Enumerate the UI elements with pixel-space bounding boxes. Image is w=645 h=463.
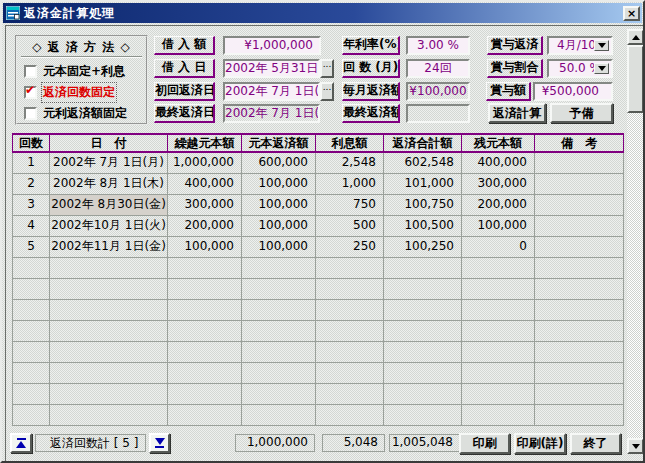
table-cell[interactable] — [535, 279, 624, 300]
table-cell[interactable] — [12, 384, 50, 405]
table-cell[interactable]: 750 — [316, 195, 384, 216]
table-cell[interactable]: 2002年11月 1日(金) — [50, 237, 168, 258]
table-cell[interactable]: 1 — [12, 153, 50, 174]
table-cell[interactable] — [50, 279, 168, 300]
table-cell[interactable] — [168, 342, 242, 363]
table-cell[interactable]: 300,000 — [462, 174, 535, 195]
scroll-up-button[interactable] — [627, 29, 644, 45]
table-cell[interactable]: 100,000 — [168, 237, 242, 258]
date-picker-button[interactable]: ... — [320, 59, 334, 78]
print-button[interactable]: 印刷 — [459, 433, 510, 454]
table-cell[interactable] — [384, 405, 462, 426]
table-cell[interactable]: 101,000 — [384, 174, 462, 195]
table-cell[interactable]: 100,000 — [242, 195, 316, 216]
table-cell[interactable] — [50, 363, 168, 384]
table-cell[interactable]: 500 — [316, 216, 384, 237]
table-cell[interactable] — [462, 384, 535, 405]
checkbox-fixed-installment-count[interactable]: 返済回数固定 — [17, 82, 146, 103]
table-cell[interactable] — [535, 258, 624, 279]
table-cell[interactable] — [168, 384, 242, 405]
table-cell[interactable]: 400,000 — [168, 174, 242, 195]
table-cell[interactable]: 2,548 — [316, 153, 384, 174]
table-cell[interactable]: 100,000 — [242, 237, 316, 258]
dropdown-arrow-button[interactable] — [594, 63, 609, 74]
table-cell[interactable] — [50, 405, 168, 426]
table-cell[interactable]: 3 — [12, 195, 50, 216]
table-cell[interactable] — [12, 300, 50, 321]
table-cell[interactable]: 2002年 7月 1日(月) — [50, 153, 168, 174]
table-cell[interactable]: 100,000 — [462, 216, 535, 237]
field-installment-count[interactable]: 24回 — [406, 59, 470, 78]
table-cell[interactable] — [168, 321, 242, 342]
field-annual-rate[interactable]: 3.00 % — [406, 36, 470, 55]
table-cell[interactable]: 400,000 — [462, 153, 535, 174]
table-cell[interactable] — [316, 279, 384, 300]
table-cell[interactable] — [242, 363, 316, 384]
table-cell[interactable]: 100,750 — [384, 195, 462, 216]
table-cell[interactable] — [384, 258, 462, 279]
table-cell[interactable] — [50, 384, 168, 405]
table-cell[interactable]: 200,000 — [462, 195, 535, 216]
table-cell[interactable] — [535, 195, 624, 216]
table-cell[interactable] — [535, 321, 624, 342]
table-cell[interactable] — [242, 384, 316, 405]
table-cell[interactable] — [535, 405, 624, 426]
table-cell[interactable] — [462, 363, 535, 384]
table-cell[interactable]: 1,000 — [316, 174, 384, 195]
table-cell[interactable] — [12, 405, 50, 426]
table-cell[interactable] — [535, 342, 624, 363]
combo-bonus-ratio[interactable]: 50.0 % — [547, 59, 613, 78]
table-cell[interactable] — [462, 279, 535, 300]
table-cell[interactable]: 100,250 — [384, 237, 462, 258]
table-cell[interactable] — [242, 258, 316, 279]
table-cell[interactable]: 0 — [462, 237, 535, 258]
table-cell[interactable] — [50, 342, 168, 363]
table-cell[interactable] — [12, 258, 50, 279]
table-cell[interactable] — [316, 258, 384, 279]
table-cell[interactable] — [12, 363, 50, 384]
table-cell[interactable] — [242, 342, 316, 363]
table-cell[interactable]: 100,000 — [242, 216, 316, 237]
table-cell[interactable] — [316, 363, 384, 384]
table-cell[interactable]: 2002年 8月 1日(木) — [50, 174, 168, 195]
table-cell[interactable]: 200,000 — [168, 216, 242, 237]
jump-to-last-button[interactable] — [149, 433, 170, 453]
checkbox-icon[interactable] — [24, 65, 37, 78]
table-cell[interactable] — [535, 300, 624, 321]
table-cell[interactable]: 2 — [12, 174, 50, 195]
scrollbar-thumb[interactable] — [627, 45, 644, 113]
table-cell[interactable] — [316, 384, 384, 405]
table-cell[interactable] — [168, 279, 242, 300]
table-cell[interactable] — [535, 153, 624, 174]
table-cell[interactable] — [168, 258, 242, 279]
date-picker-button[interactable]: ... — [320, 82, 334, 101]
spare-button[interactable]: 予備 — [550, 103, 613, 123]
table-cell[interactable] — [384, 342, 462, 363]
table-cell[interactable]: 2002年 8月30日(金) — [50, 195, 168, 216]
table-cell[interactable]: 100,500 — [384, 216, 462, 237]
checkbox-fixed-payment-amount[interactable]: 元利返済額固定 — [17, 103, 146, 124]
table-cell[interactable]: 4 — [12, 216, 50, 237]
field-borrow-amount[interactable]: ¥1,000,000 — [223, 36, 321, 55]
checkbox-icon[interactable] — [24, 107, 37, 120]
table-cell[interactable] — [535, 384, 624, 405]
table-cell[interactable] — [242, 300, 316, 321]
table-cell[interactable]: 600,000 — [242, 153, 316, 174]
table-cell[interactable] — [384, 363, 462, 384]
jump-to-first-button[interactable] — [10, 433, 32, 453]
field-bonus-amount[interactable]: ¥500,000 — [533, 82, 613, 101]
table-cell[interactable] — [316, 300, 384, 321]
table-cell[interactable] — [242, 279, 316, 300]
table-cell[interactable] — [12, 279, 50, 300]
table-cell[interactable] — [535, 174, 624, 195]
field-first-repayment-date[interactable]: 2002年 7月 1日(月) — [223, 82, 320, 101]
table-cell[interactable] — [384, 321, 462, 342]
vertical-scrollbar[interactable] — [627, 29, 644, 454]
table-cell[interactable] — [168, 405, 242, 426]
table-cell[interactable] — [384, 384, 462, 405]
combo-bonus-months[interactable]: 4月/10月 — [547, 36, 613, 55]
table-cell[interactable] — [535, 216, 624, 237]
table-cell[interactable]: 602,548 — [384, 153, 462, 174]
print-detail-button[interactable]: 印刷(詳) — [514, 433, 566, 454]
table-cell[interactable]: 250 — [316, 237, 384, 258]
